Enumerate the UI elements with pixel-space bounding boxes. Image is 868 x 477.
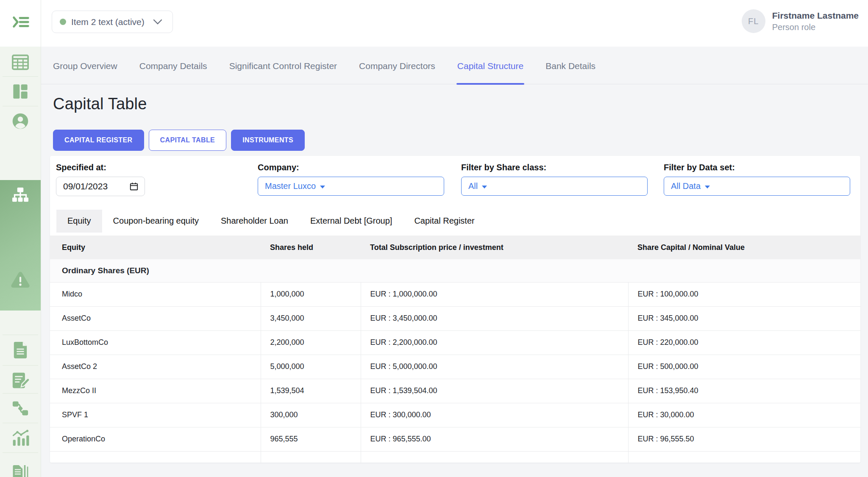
tab-shareholder-loan[interactable]: Shareholder Loan (210, 210, 299, 233)
table-row[interactable]: SPVF 1 300,000 EUR : 300,000.00 EUR : 30… (50, 403, 860, 427)
sidebar-item-warning[interactable] (0, 265, 41, 294)
workspace-dropdown[interactable]: Item 2 text (active) (52, 11, 173, 33)
tab-equity[interactable]: Equity (56, 210, 102, 233)
user-block[interactable]: FL Firstname Lastname Person role (742, 9, 859, 33)
share-class-select[interactable]: All (461, 177, 648, 196)
date-value: 09/01/2023 (63, 181, 108, 191)
tab-significant-control-register[interactable]: Significant Control Register (229, 61, 337, 84)
instruments-button[interactable]: INSTRUMENTS (231, 130, 305, 151)
cell-subscription (361, 451, 628, 463)
workspace-dropdown-label: Item 2 text (active) (71, 17, 145, 27)
specified-at-date-input[interactable]: 09/01/2023 (56, 177, 145, 196)
sidebar-item-person[interactable] (0, 107, 41, 136)
company-filter: Company: Master Luxco (258, 163, 444, 196)
company-select[interactable]: Master Luxco (258, 177, 444, 196)
sidebar-item-analytics[interactable] (0, 424, 41, 452)
instrument-tabs: Equity Coupon-bearing equity Shareholder… (50, 210, 860, 236)
tab-capital-register[interactable]: Capital Register (403, 210, 485, 233)
document-icon (12, 341, 28, 359)
tab-capital-structure[interactable]: Capital Structure (457, 61, 523, 84)
tab-group-overview[interactable]: Group Overview (53, 61, 117, 84)
cell-entity: AssetCo 2 (50, 355, 261, 379)
cell-subscription: EUR : 1,000,000.00 (361, 282, 628, 306)
caret-down-icon (705, 186, 710, 189)
cell-entity: Midco (50, 282, 261, 306)
sidebar-item-org-chart[interactable] (0, 180, 41, 210)
sidebar-nav (0, 47, 41, 477)
copy-documents-icon (11, 462, 29, 477)
share-class-filter: Filter by Share class: All (461, 163, 648, 196)
person-icon (11, 112, 30, 130)
edit-document-icon (11, 372, 30, 389)
cell-shares-held: 300,000 (261, 403, 361, 427)
column-header-total-subscription: Total Subscription price / investment (361, 236, 628, 259)
cell-share-capital (628, 451, 860, 463)
sidebar-divider (3, 106, 38, 106)
cell-entity: AssetCo (50, 306, 261, 330)
sidebar-collapse-button[interactable] (11, 12, 31, 32)
cell-entity (50, 451, 261, 463)
table-row[interactable]: MezzCo II 1,539,504 EUR : 1,539,504.00 E… (50, 379, 860, 403)
cell-share-capital: EUR : 153,950.40 (628, 379, 860, 403)
capital-table: Equity Shares held Total Subscription pr… (50, 236, 860, 463)
data-set-select[interactable]: All Data (664, 177, 850, 196)
cell-shares-held: 1,539,504 (261, 379, 361, 403)
chevron-down-icon (153, 19, 162, 25)
analytics-icon (11, 430, 29, 446)
capital-table-button[interactable]: CAPITAL TABLE (149, 130, 227, 151)
sidebar-item-document[interactable] (0, 336, 41, 364)
specified-at-label: Specified at: (56, 163, 145, 172)
view-buttons: CAPITAL REGISTER CAPITAL TABLE INSTRUMEN… (53, 130, 305, 151)
table-row[interactable]: Midco 1,000,000 EUR : 1,000,000.00 EUR :… (50, 282, 860, 306)
user-name: Firstname Lastname (772, 10, 859, 21)
page-title: Capital Table (53, 95, 147, 113)
table-row[interactable]: AssetCo 3,450,000 EUR : 3,450,000.00 EUR… (50, 306, 860, 330)
cell-share-capital: EUR : 500,000.00 (628, 355, 860, 379)
user-role: Person role (772, 22, 859, 33)
sidebar-item-dashboard[interactable] (0, 77, 41, 106)
table-header-row: Equity Shares held Total Subscription pr… (50, 236, 860, 259)
cell-subscription: EUR : 3,450,000.00 (361, 306, 628, 330)
sidebar-divider (3, 452, 38, 453)
avatar[interactable]: FL (742, 9, 765, 33)
sidebar-divider (3, 335, 38, 335)
cell-subscription: EUR : 5,000,000.00 (361, 355, 628, 379)
caret-down-icon (320, 186, 325, 189)
cell-share-capital: EUR : 30,000.00 (628, 403, 860, 427)
table-row[interactable] (50, 451, 860, 463)
cell-entity: LuxBottomCo (50, 330, 261, 355)
top-bar: Item 2 text (active) FL Firstname Lastna… (0, 0, 868, 47)
tab-coupon-bearing-equity[interactable]: Coupon-bearing equity (102, 210, 210, 233)
group-label: Ordinary Shares (EUR) (50, 259, 860, 282)
table-row[interactable]: AssetCo 2 5,000,000 EUR : 5,000,000.00 E… (50, 355, 860, 379)
share-class-select-value: All (468, 181, 478, 191)
sidebar-item-workflow[interactable] (0, 394, 41, 423)
avatar-initials: FL (748, 17, 759, 26)
cell-entity: MezzCo II (50, 379, 261, 403)
table-row[interactable]: LuxBottomCo 2,200,000 EUR : 2,200,000.00… (50, 330, 860, 355)
cell-entity: OperationCo (50, 427, 261, 451)
cell-share-capital: EUR : 100,000.00 (628, 282, 860, 306)
table-row[interactable]: OperationCo 965,555 EUR : 965,555.00 EUR… (50, 427, 860, 451)
org-chart-icon (11, 187, 30, 203)
cell-subscription: EUR : 300,000.00 (361, 403, 628, 427)
tab-external-debt-group[interactable]: External Debt [Group] (299, 210, 403, 233)
cell-share-capital: EUR : 345,000.00 (628, 306, 860, 330)
sidebar-item-edit-document[interactable] (0, 366, 41, 395)
tab-company-directors[interactable]: Company Directors (359, 61, 435, 84)
sidebar-item-data-table[interactable] (0, 48, 41, 77)
collapse-menu-icon (11, 12, 31, 32)
data-set-select-value: All Data (671, 181, 701, 191)
tab-company-details[interactable]: Company Details (139, 61, 207, 84)
workflow-icon (11, 400, 29, 416)
sidebar-divider (3, 365, 38, 366)
specified-at-filter: Specified at: 09/01/2023 (56, 163, 145, 196)
filters-row: Specified at: 09/01/2023 Company: Master… (50, 156, 860, 210)
tab-bank-details[interactable]: Bank Details (545, 61, 595, 84)
calendar-icon[interactable] (129, 182, 139, 191)
sidebar-item-copy-documents[interactable] (0, 457, 41, 477)
capital-register-button[interactable]: CAPITAL REGISTER (53, 130, 144, 151)
data-set-filter: Filter by Data set: All Data (664, 163, 850, 196)
capital-table-card: Specified at: 09/01/2023 Company: Master… (50, 156, 860, 463)
dashboard-icon (12, 83, 29, 100)
